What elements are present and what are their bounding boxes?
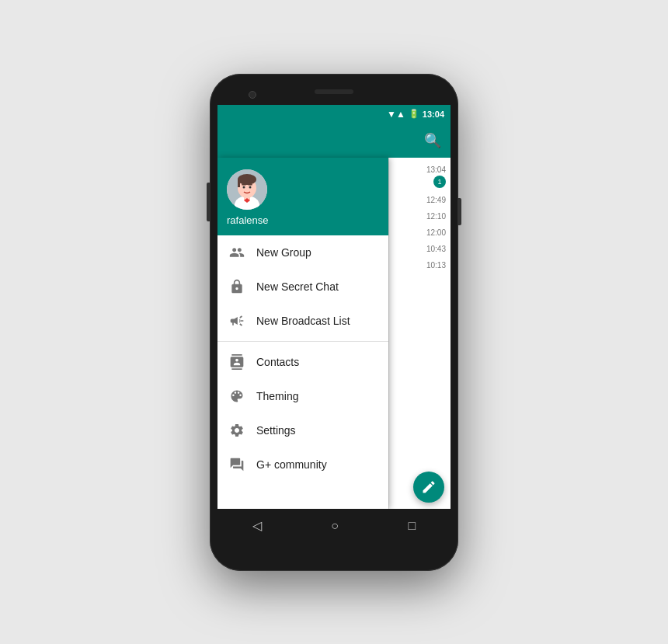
chat-time-4: 12:00 [389,221,451,237]
chat-time-6: 10:13 [389,253,451,270]
svg-rect-5 [238,179,240,187]
app-bar: 🔍 [217,124,451,158]
recent-button[interactable]: □ [409,519,416,533]
chat-badge: 1 [433,176,446,188]
svg-point-6 [243,186,245,188]
person-icon [228,354,245,370]
broadcast-icon [228,313,245,329]
menu-item-new-group[interactable]: New Group [217,235,388,270]
drawer-username: rafalense [227,214,379,226]
status-icons: ▼▲ 🔋 13:04 [387,109,444,120]
menu-label-gplus-community: G+ community [256,458,327,471]
status-bar: ▼▲ 🔋 13:04 [217,105,451,124]
svg-point-7 [249,186,252,188]
chat-time-1: 13:04 [389,158,451,174]
search-icon[interactable]: 🔍 [424,132,441,149]
wifi-icon: ▼▲ [387,109,405,120]
volume-button[interactable] [207,183,210,221]
menu-item-settings[interactable]: Settings [217,413,388,447]
menu-item-new-broadcast-list[interactable]: New Broadcast List [217,304,388,338]
chat-time-5: 10:43 [389,237,451,253]
forum-icon [228,457,245,472]
palette-icon [228,388,245,404]
menu-item-contacts[interactable]: Contacts [217,345,388,379]
menu-divider-1 [217,341,388,342]
menu-label-settings: Settings [256,424,296,437]
svg-rect-8 [242,184,246,186]
lock-icon [228,279,245,294]
speaker [315,89,353,94]
navigation-drawer: rafalense New Group [217,158,388,509]
battery-icon: 🔋 [409,109,419,119]
drawer-header: rafalense [217,158,388,235]
chat-list-background: 13:04 1 12:49 12:10 12:00 10:43 10:13 [388,158,451,509]
menu-item-gplus-community[interactable]: G+ community [217,447,388,482]
main-content: 13:04 1 12:49 12:10 12:00 10:43 10:13 [217,158,451,509]
chat-time-2: 12:49 [389,188,451,204]
chat-time-3: 12:10 [389,204,451,221]
menu-label-new-secret-chat: New Secret Chat [256,280,339,293]
menu-label-theming: Theming [256,390,298,402]
compose-fab[interactable] [413,472,444,503]
settings-icon [228,423,245,438]
back-button[interactable]: ◁ [252,518,262,533]
power-button[interactable] [458,198,461,225]
phone-container: ▼▲ 🔋 13:04 🔍 13:04 1 12:49 12:10 12:00 1… [210,74,458,571]
group-icon [228,245,245,260]
phone-top-bar [217,83,451,105]
time-display: 13:04 [423,110,444,119]
bottom-nav: ◁ ○ □ [217,509,451,543]
menu-label-new-broadcast-list: New Broadcast List [256,315,350,327]
svg-rect-9 [248,184,252,186]
menu-label-new-group: New Group [256,246,311,259]
front-camera [249,91,256,99]
phone-screen: ▼▲ 🔋 13:04 🔍 13:04 1 12:49 12:10 12:00 1… [217,105,451,509]
menu-label-contacts: Contacts [256,356,299,368]
avatar [227,169,267,210]
drawer-menu: New Group New Secret Chat [217,235,388,482]
svg-point-4 [238,174,256,185]
menu-item-new-secret-chat[interactable]: New Secret Chat [217,270,388,304]
menu-item-theming[interactable]: Theming [217,379,388,413]
home-button[interactable]: ○ [331,519,339,533]
